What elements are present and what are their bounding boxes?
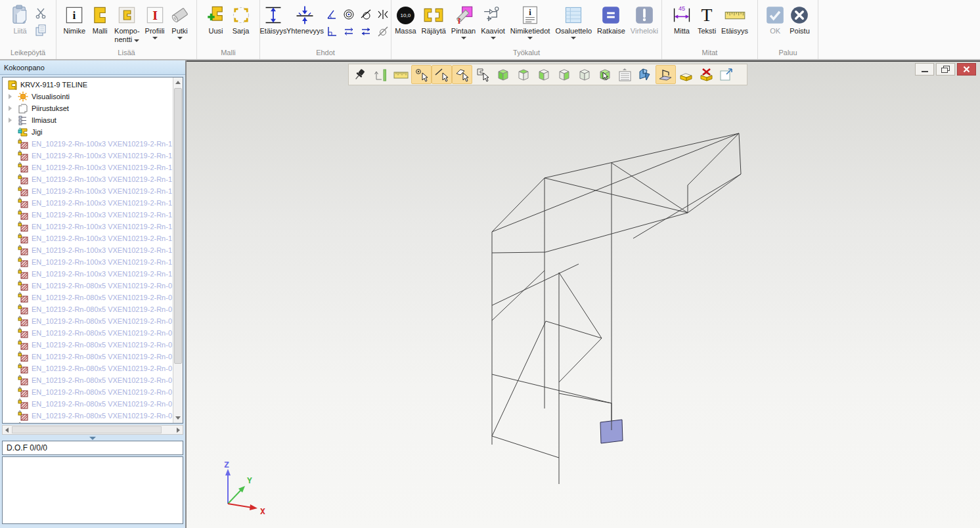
measure-axis-button[interactable] (370, 65, 391, 84)
scrollbar-thumb[interactable] (174, 88, 182, 364)
expand-arrow-icon[interactable] (9, 94, 12, 99)
tree-item[interactable]: EN_10219-2-Rn-080x5 VXEN10219-2-Rn-0 (3, 351, 173, 363)
expand-view-button[interactable] (717, 65, 737, 84)
cube-solid-button[interactable] (493, 65, 513, 84)
kaaviot-button[interactable]: Kaaviot (479, 3, 507, 40)
malli-button[interactable]: Malli (89, 3, 111, 36)
virheloki-button[interactable]: Virheloki (629, 3, 660, 36)
uusi-button[interactable]: Uusi (204, 3, 228, 36)
poistu-button[interactable]: Poistu (788, 3, 812, 36)
tree-item[interactable]: EN_10219-2-Rn-080x5 VXEN10219-2-Rn-0 (3, 363, 173, 374)
select-line-button[interactable] (432, 65, 452, 84)
mitta-button[interactable]: 45 Mitta (669, 3, 694, 36)
osaluettelo-button[interactable]: Osaluettelo (553, 3, 594, 40)
cut-button[interactable] (33, 7, 48, 20)
yhtenevyys-button[interactable]: Yhtenevyys (288, 3, 323, 36)
tree-item[interactable]: EN_10219-2-Rn-100x3 VXEN10219-2-Rn-1 (3, 173, 173, 185)
scroll-left-icon[interactable] (5, 428, 9, 433)
komponentti-button[interactable]: Kompo- nentti (112, 3, 142, 45)
no-tangent-icon[interactable] (375, 24, 391, 39)
tree-item[interactable]: EN_10219-2-Rn-080x5 VXEN10219-2-Rn-0 (3, 410, 173, 422)
box-yellow-button[interactable] (676, 65, 696, 84)
tree-item[interactable]: EN_10219-2-Rn-080x5 VXEN10219-2-Rn-0 (3, 374, 173, 386)
tree-item[interactable]: Piirustukset (3, 102, 173, 114)
tree-item[interactable]: EN_10219-2-Rn-100x3 VXEN10219-2-Rn-1 (3, 162, 173, 173)
massa-button[interactable]: 10,0 Massa (393, 3, 418, 36)
nimike-button[interactable]: i Nimike (61, 3, 87, 36)
tree-item[interactable]: EN_10219-2-Rn-080x5 VXEN10219-2-Rn-0 (3, 327, 173, 339)
tree-item[interactable]: EN_10219-2-Rn-100x3 VXEN10219-2-Rn-1 (3, 268, 173, 280)
select-face-button[interactable] (452, 65, 472, 84)
tree-item[interactable]: EN_10219-2-Rn-080x5 VXEN10219-2-Rn-0 (3, 280, 173, 292)
pintaan-button[interactable]: I Pintaan (449, 3, 478, 40)
restore-button[interactable] (936, 63, 955, 76)
tree-item[interactable]: EN_10219-2-Rn-100x3 VXEN10219-2-Rn-1 (3, 138, 173, 150)
tree-item[interactable]: EN_10219-2-Rn-080x5 VXEN10219-2-Rn-0 (3, 303, 173, 315)
tree-item[interactable]: EN_10219-2-Rn-080x5 VXEN10219-2-Rn-0 (3, 315, 173, 327)
close-button[interactable] (957, 63, 976, 76)
nimiketiedot-button[interactable]: i Nimiketiedot (508, 3, 552, 40)
perpendicular-constraint-icon[interactable] (324, 24, 340, 39)
scroll-right-icon[interactable] (177, 428, 180, 433)
scroll-up-icon[interactable] (175, 81, 181, 84)
tree-item[interactable]: EN_10219-2-Rn-100x3 VXEN10219-2-Rn-1 (3, 244, 173, 256)
tree-item[interactable]: EN_10219-2-Rn-080x5 VXEN10219-2-Rn-0 (3, 398, 173, 410)
tree-item[interactable]: EN_10219-2-Rn-100x3 VXEN10219-2-Rn-1 (3, 232, 173, 244)
minimize-button[interactable] (915, 63, 934, 76)
scroll-down-icon[interactable] (175, 416, 181, 420)
box-delete-button[interactable] (696, 65, 717, 84)
putki-button[interactable]: Putki (168, 3, 192, 40)
pipe-icon (18, 245, 28, 255)
copy-button[interactable] (33, 24, 48, 37)
cube-left-button[interactable] (533, 65, 554, 84)
tree-item[interactable]: Visualisointi (3, 91, 173, 102)
ruler-button[interactable] (391, 65, 411, 84)
cube-top-button[interactable] (513, 65, 533, 84)
symmetry-constraint-icon[interactable] (375, 7, 391, 22)
equal-direction-icon[interactable] (358, 24, 374, 39)
doc-list-button[interactable] (615, 65, 635, 84)
horizontal-scrollbar[interactable] (2, 425, 183, 435)
tree-item[interactable]: EN_10219-2-Rn-080x5 VXEN10219-2-Rn-0 (3, 386, 173, 398)
profiili-button[interactable]: I Profiili (143, 3, 167, 40)
tree-item[interactable]: EN_10219-2-Rn-080x5 VXEN10219-2-Rn-0 (3, 292, 173, 303)
tree-item[interactable]: EN_10219-2-Rn-100x3 VXEN10219-2-Rn-1 (3, 221, 173, 232)
ok-button[interactable]: OK (764, 3, 786, 36)
concentric-constraint-icon[interactable] (341, 7, 357, 22)
select-point-button[interactable] (411, 65, 432, 84)
panel-splitter[interactable] (0, 435, 187, 441)
tree-item[interactable]: Jigi (3, 126, 173, 138)
parallel-constraint-icon[interactable] (341, 24, 357, 39)
scrollbar-thumb[interactable] (12, 426, 162, 433)
teksti-button[interactable]: T Teksti (696, 3, 718, 36)
rajayta-button[interactable]: Räjäytä (420, 3, 448, 36)
pushpin-button[interactable] (350, 65, 370, 84)
select-profile-button[interactable] (472, 65, 493, 84)
etaisyys-constraint-button[interactable]: Etäisyys (260, 3, 286, 36)
vertical-scrollbar[interactable] (173, 77, 183, 423)
expand-arrow-icon[interactable] (9, 118, 12, 123)
expand-arrow-icon[interactable] (9, 106, 12, 111)
tree-item[interactable]: Ilmiasut (3, 114, 173, 126)
tree-item[interactable]: EN_10219-2-Rn-100x3 VXEN10219-2-Rn-1 (3, 209, 173, 221)
sarja-button[interactable]: Sarja (229, 3, 253, 36)
viewport[interactable]: Z Y X (187, 60, 980, 528)
angle-constraint-icon[interactable] (324, 7, 340, 22)
tree-item[interactable]: EN_10219-2-Rn-100x3 VXEN10219-2-Rn-1 (3, 150, 173, 162)
model-canvas[interactable]: Z Y X (187, 62, 980, 528)
cube-pale-button[interactable] (574, 65, 594, 84)
tree-item[interactable]: EN_10219-2-Rn-100x3 VXEN10219-2-Rn-1 (3, 256, 173, 268)
cube-right-button[interactable] (554, 65, 574, 84)
tree-item[interactable]: KRVX-911-9 TELINE (3, 79, 173, 91)
tree-item[interactable]: EN_10219-2-Rn-100x3 VXEN10219-2-Rn-1 (3, 185, 173, 197)
tree-item[interactable]: EN_10219-2-Rn-080x5 VXEN10219-2-Rn-0 (3, 339, 173, 351)
paste-button[interactable]: Liitä (9, 3, 32, 36)
cube-cursor-button[interactable] (594, 65, 615, 84)
plane-arc-button[interactable] (656, 65, 676, 84)
profile-extrude-button[interactable] (635, 65, 656, 84)
ratkaise-button[interactable]: Ratkaise (595, 3, 627, 36)
tree-item[interactable]: EN_10219-2-Rn-080x5 VXEN10219-2-Rn-0 (3, 422, 173, 424)
etaisyys-measure-button[interactable]: Etäisyys (719, 3, 750, 36)
tree-item[interactable]: EN_10219-2-Rn-100x3 VXEN10219-2-Rn-1 (3, 197, 173, 209)
tangent-constraint-icon[interactable] (358, 7, 374, 22)
